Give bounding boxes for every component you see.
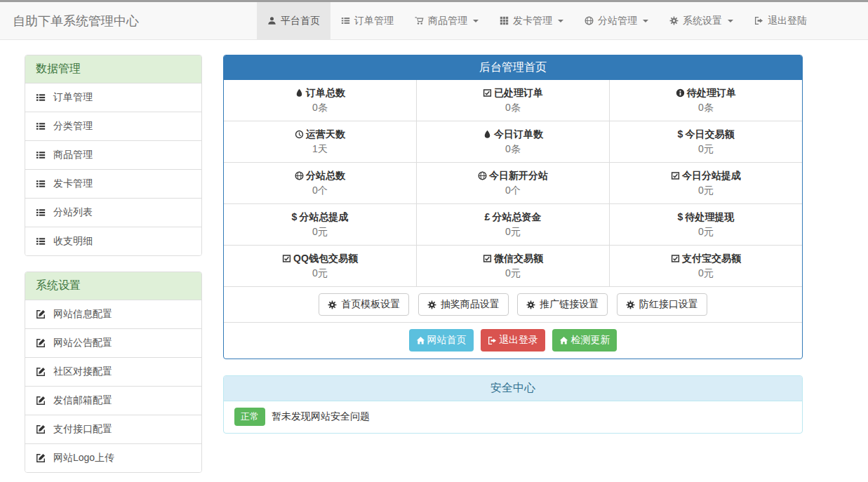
stat-wechat-amount: 微信交易额 0元 xyxy=(417,246,610,286)
stat-label: 今日订单数 xyxy=(494,127,543,141)
action-buttons-row: 网站首页 退出登录 检测更新 xyxy=(224,323,802,359)
promotion-link-settings-button[interactable]: 推广链接设置 xyxy=(517,293,608,316)
sidebar-item-card-management[interactable]: 发卡管理 xyxy=(25,170,201,199)
status-badge: 正常 xyxy=(234,408,265,426)
edit-icon xyxy=(36,338,46,348)
dollar-icon: $ xyxy=(292,210,298,224)
stat-value: 0条 xyxy=(610,100,802,114)
globe-icon xyxy=(585,16,594,25)
check-square-icon xyxy=(671,254,680,263)
admin-page: 自助下单系统管理中心 平台首页 订单管理 商品管理 发卡管理 xyxy=(0,0,868,482)
sidebar-item-site-announcement-config[interactable]: 网站公告配置 xyxy=(25,329,201,358)
stat-value: 0元 xyxy=(417,266,609,280)
list-icon xyxy=(36,150,46,160)
sidebar-item-logo-upload[interactable]: 网站Logo上传 xyxy=(25,444,201,472)
check-update-button[interactable]: 检测更新 xyxy=(552,329,617,352)
nav-item-logout[interactable]: 退出登陆 xyxy=(744,2,817,39)
sidebar-item-site-info-config[interactable]: 网站信息配置 xyxy=(25,300,201,329)
stat-label: 分站总资金 xyxy=(492,210,541,224)
stat-label: 分站总数 xyxy=(306,168,345,182)
home-icon xyxy=(416,336,425,345)
dollar-icon: $ xyxy=(678,127,683,141)
dollar-icon: $ xyxy=(678,210,683,224)
caret-down-icon xyxy=(643,20,648,22)
nav-item-label: 分站管理 xyxy=(598,15,637,27)
stat-label: 微信交易额 xyxy=(494,251,543,265)
sidebar-item-label: 分站列表 xyxy=(53,206,93,219)
content-area: 数据管理 订单管理 分类管理 商品管理 发卡管理 xyxy=(0,40,868,482)
sidebar-item-order-management[interactable]: 订单管理 xyxy=(25,83,201,112)
nav-item-platform-home[interactable]: 平台首页 xyxy=(257,2,330,39)
stat-today-transaction-amount: $今日交易额 0元 xyxy=(610,121,802,162)
caret-down-icon xyxy=(558,20,563,22)
stat-label: QQ钱包交易额 xyxy=(293,251,358,265)
dashboard-panel-title: 后台管理首页 xyxy=(224,55,802,80)
edit-icon xyxy=(36,309,46,319)
list-icon xyxy=(36,236,46,246)
stat-days-running: 运营天数 1天 xyxy=(224,121,417,162)
stat-label: 订单总数 xyxy=(306,86,345,100)
stat-row: 分站总数 0个 今日新开分站 0个 今日分站提成 0元 xyxy=(224,163,802,204)
logout-button[interactable]: 退出登录 xyxy=(481,329,545,352)
site-title: 自助下单系统管理中心 xyxy=(0,2,152,39)
nav-item-label: 商品管理 xyxy=(428,15,467,27)
nav-item-card-management[interactable]: 发卡管理 xyxy=(489,2,574,39)
caret-down-icon xyxy=(473,20,479,22)
security-center-title: 安全中心 xyxy=(224,376,802,401)
stat-total-substation-funds: £分站总资金 0元 xyxy=(417,204,610,245)
home-icon xyxy=(559,336,568,345)
stat-today-orders: 今日订单数 0条 xyxy=(417,121,610,162)
sidebar-item-label: 分类管理 xyxy=(53,120,93,133)
nav-item-label: 退出登陆 xyxy=(768,15,807,27)
stat-label: 今日新开分站 xyxy=(489,168,548,182)
sidebar-item-product-management[interactable]: 商品管理 xyxy=(25,141,201,170)
nav-item-product-management[interactable]: 商品管理 xyxy=(404,2,489,39)
stat-qq-wallet-amount: QQ钱包交易额 0元 xyxy=(224,246,417,286)
stat-value: 0个 xyxy=(417,183,609,197)
sidebar-section-title: 系统设置 xyxy=(25,272,201,300)
gear-icon xyxy=(669,16,679,25)
stat-label: 分站总提成 xyxy=(299,210,348,224)
sidebar-item-income-expense-detail[interactable]: 收支明细 xyxy=(25,227,201,255)
sidebar-item-mail-config[interactable]: 发信邮箱配置 xyxy=(25,387,201,415)
sidebar: 数据管理 订单管理 分类管理 商品管理 发卡管理 xyxy=(25,55,202,482)
security-message: 暂未发现网站安全问题 xyxy=(272,410,370,423)
stat-total-substations: 分站总数 0个 xyxy=(224,163,417,203)
anti-block-api-settings-button[interactable]: 防红接口设置 xyxy=(617,293,707,316)
sidebar-item-label: 订单管理 xyxy=(53,91,93,104)
button-label: 防红接口设置 xyxy=(639,298,698,311)
nav-item-order-management[interactable]: 订单管理 xyxy=(330,2,404,39)
grid-icon xyxy=(500,16,509,25)
tint-icon xyxy=(295,88,304,98)
gear-icon xyxy=(427,300,436,309)
check-square-icon xyxy=(483,88,492,98)
homepage-template-settings-button[interactable]: 首页模板设置 xyxy=(319,293,409,316)
sidebar-section-data-management: 数据管理 订单管理 分类管理 商品管理 发卡管理 xyxy=(25,55,202,256)
nav-item-system-settings[interactable]: 系统设置 xyxy=(659,2,744,39)
lottery-product-settings-button[interactable]: 抽奖商品设置 xyxy=(418,293,509,316)
sidebar-item-label: 网站公告配置 xyxy=(53,337,112,349)
stat-pending-withdrawals: $待处理提现 0元 xyxy=(610,204,802,245)
sidebar-item-label: 收支明细 xyxy=(53,235,93,248)
button-label: 退出登录 xyxy=(499,334,538,347)
gear-icon xyxy=(626,300,635,309)
button-label: 首页模板设置 xyxy=(341,298,400,311)
sidebar-item-label: 商品管理 xyxy=(53,149,93,161)
stat-label: 待处理提现 xyxy=(685,210,734,224)
stat-value: 0元 xyxy=(610,225,802,239)
stat-value: 0个 xyxy=(224,183,416,197)
sidebar-item-community-connect-config[interactable]: 社区对接配置 xyxy=(25,358,201,387)
sign-out-icon xyxy=(754,16,763,25)
stat-row: 运营天数 1天 今日订单数 0条 $今日交易额 0元 xyxy=(224,121,802,163)
stat-value: 0条 xyxy=(417,142,609,156)
stat-alipay-amount: 支付宝交易额 0元 xyxy=(610,246,802,286)
sidebar-item-substation-list[interactable]: 分站列表 xyxy=(25,199,201,227)
nav-item-substation-management[interactable]: 分站管理 xyxy=(574,2,659,39)
list-icon xyxy=(36,121,46,131)
stat-value: 0元 xyxy=(610,142,802,156)
main-content: 后台管理首页 订单总数 0条 已处理订单 0条 待处理订单 0条 xyxy=(223,55,803,482)
site-homepage-button[interactable]: 网站首页 xyxy=(409,329,474,352)
check-square-icon xyxy=(483,254,492,263)
sidebar-item-payment-api-config[interactable]: 支付接口配置 xyxy=(25,415,201,444)
sidebar-item-category-management[interactable]: 分类管理 xyxy=(25,112,201,141)
